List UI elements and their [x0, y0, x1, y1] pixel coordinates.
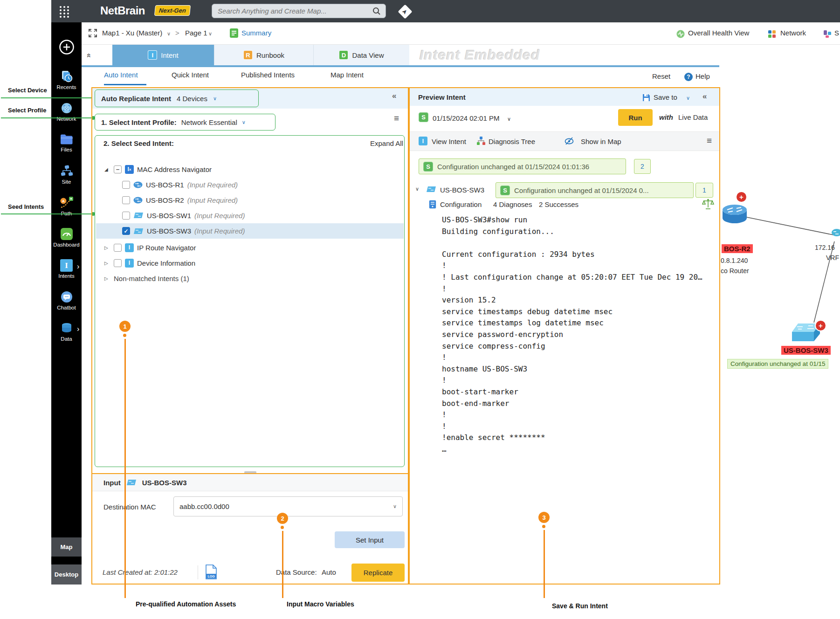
- tab-quick-intent[interactable]: Quick Intent: [172, 71, 209, 79]
- tree-row-device-information[interactable]: ▷ I Device Information: [96, 255, 404, 270]
- collapse-left-panel-icon[interactable]: «: [392, 91, 396, 101]
- map-title[interactable]: Map1 - Xu (Master): [102, 29, 162, 37]
- page-selector[interactable]: Page 1: [185, 29, 207, 37]
- expander-closed-icon[interactable]: ▷: [104, 276, 110, 281]
- tab-map-intent[interactable]: Map Intent: [330, 71, 364, 79]
- summary-icon[interactable]: [229, 28, 239, 38]
- expand-all-link[interactable]: Expand All: [370, 139, 403, 147]
- reset-button[interactable]: Reset: [652, 72, 670, 80]
- checkbox-unchecked[interactable]: [114, 259, 122, 267]
- sidebar-item-files[interactable]: Files: [51, 133, 82, 152]
- configuration-label[interactable]: Configuration: [440, 200, 482, 208]
- checkbox-checked[interactable]: ✓: [122, 227, 130, 235]
- site-colored-icon[interactable]: [824, 30, 831, 38]
- live-data-link[interactable]: Live Data: [678, 113, 708, 121]
- search-icon[interactable]: [372, 7, 381, 15]
- fullscreen-icon[interactable]: [88, 28, 97, 38]
- tree-row-mac-navigator[interactable]: ◢ − Ix MAC Address Navigator: [96, 162, 404, 177]
- router-alert-badge[interactable]: +: [736, 191, 747, 203]
- help-icon[interactable]: ?: [684, 73, 693, 81]
- profile-chevron-icon[interactable]: ∨: [242, 119, 246, 125]
- add-button[interactable]: [51, 39, 82, 55]
- sidebar-item-recents[interactable]: Recents: [51, 70, 82, 90]
- map-mode-button[interactable]: Map: [51, 537, 82, 557]
- page-chevron-icon[interactable]: ∨: [208, 31, 212, 37]
- help-button[interactable]: Help: [695, 72, 710, 80]
- desktop-mode-button[interactable]: Desktop: [51, 564, 82, 585]
- expander-closed-icon[interactable]: ▷: [104, 245, 110, 250]
- intents-expand-arrow[interactable]: ›: [77, 262, 79, 271]
- checkbox-unchecked[interactable]: [122, 181, 130, 189]
- profile-menu-icon[interactable]: ≡: [394, 113, 399, 124]
- tab-published-intents[interactable]: Published Intents: [241, 71, 295, 79]
- tree-row-us-bos-r1[interactable]: US-BOS-R1 (Input Required): [96, 177, 404, 192]
- intent-icon: I: [125, 259, 134, 268]
- run-button[interactable]: Run: [618, 109, 653, 126]
- switch-device-label[interactable]: US-BOS-SW3: [781, 346, 831, 355]
- replicate-button[interactable]: Replicate: [351, 564, 405, 582]
- checkbox-minus[interactable]: −: [114, 165, 122, 173]
- timestamp-chevron-icon[interactable]: ∨: [507, 116, 511, 122]
- peer-device-icon[interactable]: [831, 228, 840, 241]
- set-input-button[interactable]: Set Input: [335, 531, 405, 548]
- preview-device-name[interactable]: US-BOS-SW3: [440, 186, 484, 194]
- devices-chevron-icon[interactable]: ∨: [213, 96, 217, 102]
- checkbox-unchecked[interactable]: [114, 244, 122, 252]
- tree-row-us-bos-r2[interactable]: US-BOS-R2 (Input Required): [96, 193, 404, 207]
- tree-row-ip-route-navigator[interactable]: ▷ I IP Route Navigator: [96, 240, 404, 255]
- successes-link[interactable]: 2 Successes: [539, 200, 578, 208]
- tree-row-us-bos-sw1[interactable]: US-BOS-SW1 (Input Required): [96, 208, 404, 223]
- tab-auto-intent[interactable]: Auto Intent: [104, 71, 138, 79]
- sidebar-item-dashboard[interactable]: Dashboard: [51, 227, 82, 248]
- switch-alert-badge[interactable]: +: [815, 320, 826, 331]
- map-title-chevron-icon[interactable]: ∨: [167, 31, 171, 37]
- devices-dropdown[interactable]: 4 Devices: [177, 95, 207, 103]
- status-pill-summary[interactable]: S Configuration unchanged at 01/15/2024 …: [419, 158, 626, 174]
- view-intent-button[interactable]: View Intent: [432, 138, 466, 145]
- overall-health-view-link[interactable]: Overall Health View: [688, 29, 749, 37]
- profile-dropdown[interactable]: Network Essential: [181, 118, 237, 126]
- data-expand-arrow[interactable]: ›: [77, 325, 79, 333]
- search-input[interactable]: [217, 7, 372, 15]
- expander-open-icon[interactable]: ◢: [104, 167, 110, 172]
- expander-closed-icon[interactable]: ▷: [104, 261, 110, 266]
- summary-link[interactable]: Summary: [241, 29, 271, 37]
- checkbox-unchecked[interactable]: [122, 212, 130, 220]
- tab-intent[interactable]: I Intent: [112, 45, 214, 65]
- router-device-icon[interactable]: [722, 203, 748, 226]
- save-icon[interactable]: [642, 94, 650, 102]
- device-expander-icon[interactable]: ∨: [415, 186, 419, 192]
- sidebar-item-site[interactable]: Site: [51, 165, 82, 185]
- destination-mac-dropdown[interactable]: aabb.cc00.0d00 ∨: [173, 496, 403, 516]
- device-status-pill[interactable]: S Configuration unchanged at 01/15/2024 …: [496, 182, 694, 198]
- network-grid-icon[interactable]: [768, 30, 776, 38]
- collapse-tabs-icon[interactable]: «: [84, 53, 94, 57]
- router-device-label[interactable]: BOS-R2: [722, 244, 753, 253]
- show-in-map-button[interactable]: Show in Map: [581, 138, 621, 145]
- tab-runbook[interactable]: R Runbook: [214, 45, 313, 65]
- tab-data-view[interactable]: D Data View: [313, 45, 409, 65]
- status-count-badge[interactable]: 2: [634, 159, 651, 174]
- site-link-partial[interactable]: S: [834, 29, 839, 37]
- diagnoses-link[interactable]: 4 Diagnoses: [493, 200, 532, 208]
- apps-grid-icon[interactable]: [59, 5, 71, 19]
- collapse-preview-panel-icon[interactable]: «: [702, 92, 707, 101]
- sidebar-item-network[interactable]: Network: [51, 102, 82, 122]
- device-status-badge[interactable]: 1: [695, 183, 713, 198]
- tree-row-non-matched-intents[interactable]: ▷ Non-matched Intents (1): [96, 271, 404, 286]
- tree-row-us-bos-sw3-selected[interactable]: ✓ US-BOS-SW3 (Input Required): [96, 223, 404, 239]
- sidebar-item-chatbot[interactable]: Chatbot: [51, 290, 82, 310]
- data-source-value[interactable]: Auto: [322, 568, 336, 576]
- save-to-chevron-icon[interactable]: ∨: [686, 95, 690, 101]
- tree-label: US-BOS-SW1: [147, 212, 191, 220]
- diagnosis-tree-button[interactable]: Diagnosis Tree: [489, 138, 535, 145]
- health-view-icon[interactable]: [676, 30, 685, 38]
- checkbox-unchecked[interactable]: [122, 196, 130, 204]
- compare-scale-icon[interactable]: [702, 199, 714, 210]
- result-timestamp[interactable]: 01/15/2024 02:01 PM: [433, 114, 499, 122]
- preview-menu-icon[interactable]: ≡: [707, 136, 712, 146]
- network-link[interactable]: Network: [780, 29, 806, 37]
- map-diamond-icon[interactable]: ➤: [399, 6, 411, 18]
- save-to-dropdown[interactable]: Save to: [654, 93, 677, 101]
- log-icon[interactable]: LOG: [205, 564, 217, 579]
